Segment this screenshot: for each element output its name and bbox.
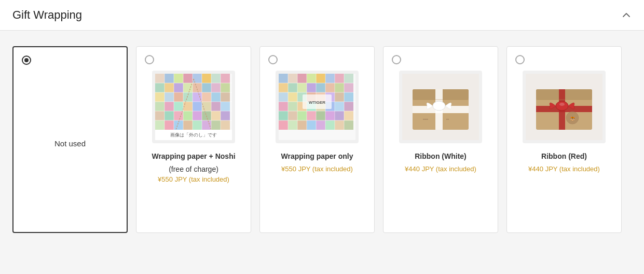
radio-dot (24, 58, 29, 62)
svg-rect-5 (193, 74, 202, 83)
svg-rect-23 (211, 92, 221, 102)
svg-rect-66 (279, 74, 288, 83)
svg-rect-31 (211, 102, 221, 111)
wrapping-noshi-label: Wrapping paper + Noshi (152, 152, 235, 162)
svg-rect-21 (193, 92, 202, 102)
wrapping-noshi-image: 画像は「外のし」です (152, 71, 235, 143)
svg-text:🐯: 🐯 (570, 116, 575, 121)
radio-wrapping-noshi[interactable] (145, 55, 154, 64)
svg-rect-15 (211, 83, 221, 92)
wrapping-only-label: Wrapping paper only (281, 152, 353, 162)
svg-rect-8 (221, 74, 230, 83)
svg-rect-110 (316, 120, 325, 130)
radio-not-used[interactable] (22, 56, 31, 65)
svg-rect-82 (279, 92, 288, 102)
svg-rect-22 (202, 92, 211, 102)
section-header: Gift Wrapping (0, 0, 644, 31)
cards-container: Not used (0, 31, 644, 249)
svg-rect-76 (297, 83, 307, 92)
svg-rect-100 (297, 111, 307, 120)
svg-rect-4 (183, 74, 193, 83)
card-ribbon-red[interactable]: 🐯 Ribbon (Red) ¥440 JPY (tax included) (506, 46, 622, 233)
svg-rect-106 (279, 120, 288, 130)
svg-rect-112 (335, 120, 344, 130)
svg-rect-2 (165, 74, 174, 83)
svg-rect-78 (316, 83, 325, 92)
svg-rect-28 (183, 102, 193, 111)
svg-rect-6 (202, 74, 211, 83)
svg-point-133 (433, 101, 445, 111)
svg-text:▪▪: ▪▪ (446, 117, 449, 121)
svg-rect-83 (288, 92, 297, 102)
svg-rect-11 (174, 83, 183, 92)
svg-rect-24 (221, 92, 230, 102)
svg-rect-47 (211, 120, 221, 130)
wrapping-noshi-price: ¥550 JPY (tax included) (158, 175, 229, 183)
collapse-button[interactable] (621, 10, 632, 20)
svg-rect-17 (155, 92, 165, 102)
card-ribbon-white[interactable]: ▪▪▪▪ ▪▪ Ribbon (White) ¥440 JPY (tax inc… (383, 46, 498, 233)
radio-ribbon-white[interactable] (392, 55, 401, 64)
svg-rect-105 (344, 111, 353, 120)
svg-rect-36 (183, 111, 193, 120)
svg-rect-12 (183, 83, 193, 92)
svg-rect-77 (307, 83, 316, 92)
svg-rect-88 (335, 92, 344, 102)
svg-rect-109 (307, 120, 316, 130)
svg-rect-37 (193, 111, 202, 120)
svg-rect-10 (165, 83, 174, 92)
svg-rect-20 (183, 92, 193, 102)
svg-rect-68 (297, 74, 307, 83)
radio-wrapping-only[interactable] (268, 55, 278, 64)
svg-rect-113 (344, 120, 353, 130)
svg-rect-90 (279, 102, 288, 111)
svg-text:WTIGER: WTIGER (309, 100, 325, 105)
section-title: Gift Wrapping (12, 8, 82, 22)
svg-rect-89 (344, 92, 353, 102)
svg-rect-9 (155, 83, 165, 92)
svg-rect-73 (344, 74, 353, 83)
svg-rect-25 (155, 102, 165, 111)
svg-rect-80 (335, 83, 344, 92)
svg-rect-13 (193, 83, 202, 92)
svg-rect-19 (174, 92, 183, 102)
svg-rect-44 (183, 120, 193, 130)
svg-rect-29 (193, 102, 202, 111)
svg-rect-14 (202, 83, 211, 92)
svg-rect-71 (325, 74, 335, 83)
svg-rect-1 (155, 74, 165, 83)
svg-text:画像は「外のし」です: 画像は「外のし」です (170, 132, 217, 138)
svg-rect-39 (211, 111, 221, 120)
svg-rect-91 (288, 102, 297, 111)
svg-rect-7 (211, 74, 221, 83)
svg-rect-97 (344, 102, 353, 111)
svg-rect-111 (325, 120, 335, 130)
svg-rect-103 (325, 111, 335, 120)
svg-rect-104 (335, 111, 344, 120)
svg-point-143 (559, 103, 565, 106)
radio-ribbon-red[interactable] (515, 55, 525, 64)
svg-text:▪▪▪▪: ▪▪▪▪ (423, 117, 428, 121)
svg-rect-32 (221, 102, 230, 111)
svg-rect-27 (174, 102, 183, 111)
card-wrapping-only[interactable]: WTIGER Wrapping paper only ¥550 JPY (tax… (259, 46, 375, 233)
svg-rect-26 (165, 102, 174, 111)
svg-rect-40 (221, 111, 230, 120)
svg-rect-79 (325, 83, 335, 92)
svg-rect-41 (155, 120, 165, 130)
svg-rect-72 (335, 74, 344, 83)
svg-rect-98 (279, 111, 288, 120)
ribbon-white-image: ▪▪▪▪ ▪▪ (399, 71, 482, 143)
ribbon-red-price: ¥440 JPY (tax included) (528, 165, 600, 173)
card-not-used[interactable]: Not used (12, 46, 128, 233)
gift-wrapping-section: Gift Wrapping Not used (0, 0, 644, 274)
svg-rect-70 (316, 74, 325, 83)
ribbon-red-image: 🐯 (523, 71, 606, 143)
svg-rect-48 (221, 120, 230, 130)
svg-rect-102 (316, 111, 325, 120)
svg-rect-46 (202, 120, 211, 130)
card-wrapping-noshi[interactable]: 画像は「外のし」です Wrapping paper + Noshi (free … (136, 46, 251, 233)
svg-rect-67 (288, 74, 297, 83)
wrapping-only-image: WTIGER (276, 71, 359, 143)
ribbon-red-label: Ribbon (Red) (541, 152, 587, 162)
